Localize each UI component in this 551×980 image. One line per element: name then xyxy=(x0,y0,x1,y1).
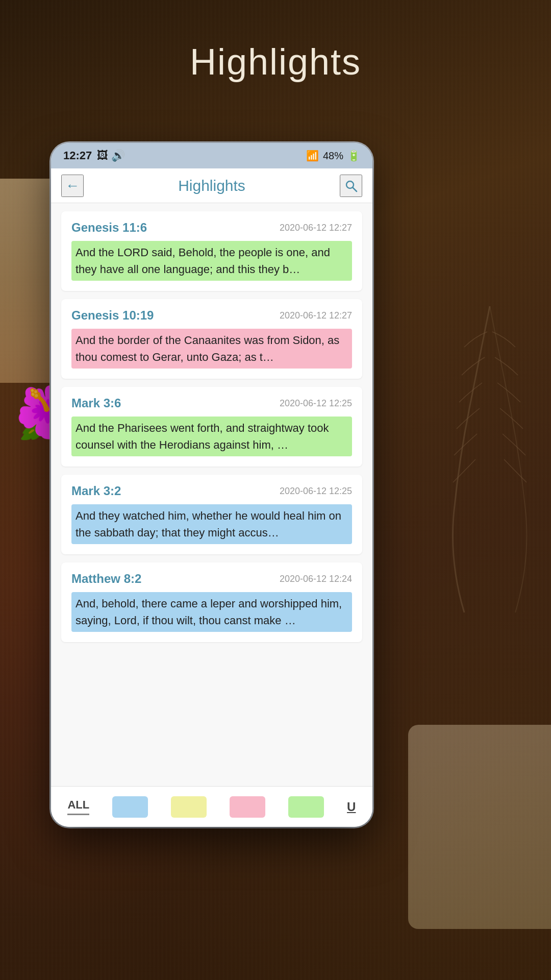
card-date: 2020-06-12 12:25 xyxy=(280,486,352,497)
tab-all-label: ALL xyxy=(67,798,89,815)
tab-yellow-color xyxy=(171,796,207,818)
app-header: ← Highlights xyxy=(51,168,372,203)
card-text: And the border of the Canaanites was fro… xyxy=(71,329,352,369)
highlight-card-mark-3-6[interactable]: Mark 3:6 2020-06-12 12:25 And the Pharis… xyxy=(61,387,362,467)
status-left: 12:27 🖼 🔊 xyxy=(63,149,125,162)
highlight-card-matthew-8-2[interactable]: Matthew 8:2 2020-06-12 12:24 And, behold… xyxy=(61,562,362,642)
svg-line-1 xyxy=(353,187,357,191)
card-reference: Genesis 10:19 xyxy=(71,308,154,323)
highlight-card-genesis-10-19[interactable]: Genesis 10:19 2020-06-12 12:27 And the b… xyxy=(61,299,362,379)
card-text: And the Pharisees went forth, and straig… xyxy=(71,416,352,456)
status-icons: 🖼 🔊 xyxy=(97,149,125,162)
tab-blue-color xyxy=(112,796,148,818)
tab-all[interactable]: ALL xyxy=(59,794,97,819)
card-reference: Genesis 11:6 xyxy=(71,220,147,235)
card-header: Mark 3:6 2020-06-12 12:25 xyxy=(71,396,352,410)
highlight-card-genesis-11-6[interactable]: Genesis 11:6 2020-06-12 12:27 And the LO… xyxy=(61,211,362,291)
card-header: Genesis 10:19 2020-06-12 12:27 xyxy=(71,308,352,323)
card-reference: Matthew 8:2 xyxy=(71,572,141,586)
phone-frame: 12:27 🖼 🔊 📶 48% 🔋 ← Highlights Genesis 1… xyxy=(51,143,372,827)
status-right: 📶 48% 🔋 xyxy=(306,150,360,162)
highlight-card-mark-3-2[interactable]: Mark 3:2 2020-06-12 12:25 And they watch… xyxy=(61,475,362,554)
card-date: 2020-06-12 12:24 xyxy=(280,574,352,584)
tab-pink[interactable] xyxy=(221,792,273,822)
status-time: 12:27 xyxy=(63,149,92,162)
battery-level: 48% xyxy=(323,150,343,162)
back-button[interactable]: ← xyxy=(61,175,84,197)
header-title: Highlights xyxy=(84,177,340,194)
card-header: Matthew 8:2 2020-06-12 12:24 xyxy=(71,572,352,586)
card-reference: Mark 3:2 xyxy=(71,484,121,498)
card-header: Genesis 11:6 2020-06-12 12:27 xyxy=(71,220,352,235)
tab-pink-color xyxy=(230,796,265,818)
card-text: And the LORD said, Behold, the people is… xyxy=(71,241,352,281)
tab-green-color xyxy=(288,796,324,818)
card-text: And, behold, there came a leper and wors… xyxy=(71,592,352,632)
signal-icon: 📶 xyxy=(306,150,319,162)
decorative-parchment xyxy=(408,725,551,929)
content-area: Genesis 11:6 2020-06-12 12:27 And the LO… xyxy=(51,203,372,786)
card-date: 2020-06-12 12:25 xyxy=(280,398,352,409)
tab-blue[interactable] xyxy=(104,792,156,822)
tab-yellow[interactable] xyxy=(163,792,215,822)
page-title: Highlights xyxy=(0,41,551,83)
battery-icon: 🔋 xyxy=(347,150,360,162)
card-text: And they watched him, whether he would h… xyxy=(71,504,352,544)
tab-underline[interactable]: U xyxy=(339,796,364,818)
search-button[interactable] xyxy=(340,175,362,197)
card-date: 2020-06-12 12:27 xyxy=(280,310,352,321)
decorative-feather xyxy=(439,306,541,612)
status-bar: 12:27 🖼 🔊 📶 48% 🔋 xyxy=(51,143,372,168)
card-header: Mark 3:2 2020-06-12 12:25 xyxy=(71,484,352,498)
card-reference: Mark 3:6 xyxy=(71,396,121,410)
tab-green[interactable] xyxy=(280,792,332,822)
card-date: 2020-06-12 12:27 xyxy=(280,223,352,233)
tab-underline-label: U xyxy=(347,800,356,814)
bottom-tab-bar: ALL U xyxy=(51,786,372,827)
